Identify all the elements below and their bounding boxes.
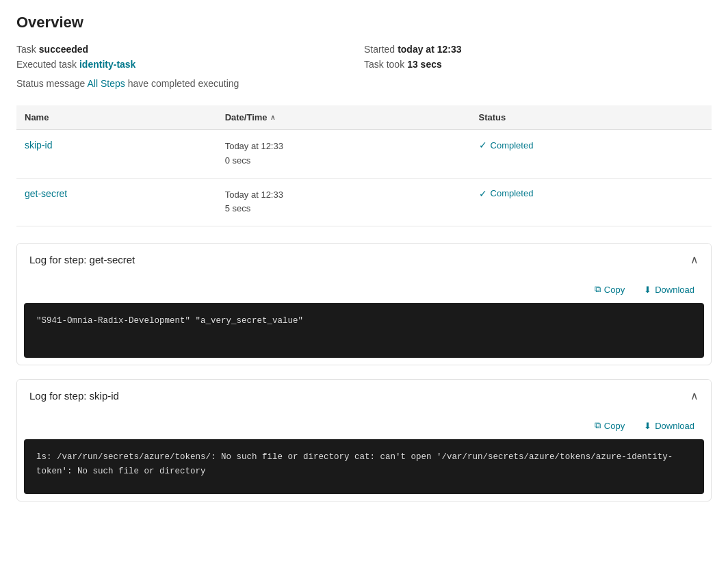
log-content: "S941-Omnia-Radix-Development" "a_very_s… (24, 303, 704, 358)
started-label: Started (364, 44, 395, 55)
copy-icon: ⧉ (595, 420, 601, 431)
task-status-row: Task succeeded (16, 44, 364, 55)
datetime-cell: Today at 12:335 secs (217, 178, 471, 226)
step-name-link[interactable]: get-secret (25, 188, 67, 199)
check-icon: ✓ (479, 188, 487, 199)
log-content: ls: /var/run/secrets/azure/tokens/: No s… (24, 439, 704, 494)
executed-task-link[interactable]: identity-task (79, 59, 135, 70)
table-row: get-secret Today at 12:335 secs ✓ Comple… (16, 178, 712, 226)
chevron-up-icon: ∧ (690, 253, 699, 266)
status-message-suffix: have completed executing (128, 78, 239, 89)
executed-task-row: Executed task identity-task (16, 59, 364, 70)
log-actions: ⧉ Copy ⬇ Download (17, 412, 711, 439)
copy-label: Copy (604, 421, 625, 431)
copy-button[interactable]: ⧉ Copy (590, 281, 629, 298)
col-name: Name (16, 105, 217, 130)
status-message-link[interactable]: All Steps (88, 78, 125, 89)
task-status-label: Task (16, 44, 36, 55)
copy-icon: ⧉ (595, 284, 601, 295)
status-badge: ✓ Completed (479, 188, 534, 199)
log-skip-id: Log for step: skip-id ∧ ⧉ Copy ⬇ Downloa… (16, 379, 712, 501)
log-title: Log for step: get-secret (29, 254, 135, 265)
status-badge: ✓ Completed (479, 140, 534, 151)
task-status-value: succeeded (39, 44, 88, 55)
status-cell: ✓ Completed (471, 130, 712, 179)
datetime-cell: Today at 12:330 secs (217, 130, 471, 179)
took-label: Task took (364, 59, 404, 70)
steps-table: Name Date/Time ∧ Status skip-id Today at… (16, 105, 712, 226)
sort-arrow-icon: ∧ (270, 114, 275, 121)
copy-button[interactable]: ⧉ Copy (590, 417, 629, 434)
log-title: Log for step: skip-id (29, 390, 119, 402)
started-row: Started today at 12:33 (364, 44, 712, 55)
table-header: Name Date/Time ∧ Status (16, 105, 712, 130)
col-status: Status (471, 105, 712, 130)
download-button[interactable]: ⬇ Download (640, 417, 699, 434)
log-get-secret: Log for step: get-secret ∧ ⧉ Copy ⬇ Down… (16, 243, 712, 365)
log-header[interactable]: Log for step: skip-id ∧ (17, 380, 711, 412)
check-icon: ✓ (479, 140, 487, 151)
task-took-row: Task took 13 secs (364, 59, 712, 70)
executed-label: Executed task (16, 59, 77, 70)
download-icon: ⬇ (644, 285, 651, 295)
page-title: Overview (16, 14, 712, 31)
took-value: 13 secs (407, 59, 442, 70)
chevron-up-icon: ∧ (690, 389, 699, 402)
status-message-label: Status message (16, 78, 85, 89)
download-label: Download (655, 421, 694, 431)
started-value: today at 12:33 (398, 44, 461, 55)
status-text: Completed (491, 140, 534, 151)
status-message: Status message All Steps have completed … (16, 78, 712, 89)
status-cell: ✓ Completed (471, 178, 712, 226)
table-row: skip-id Today at 12:330 secs ✓ Completed (16, 130, 712, 179)
download-button[interactable]: ⬇ Download (640, 281, 699, 298)
logs-container: Log for step: get-secret ∧ ⧉ Copy ⬇ Down… (16, 243, 712, 501)
col-datetime: Date/Time ∧ (217, 105, 471, 130)
steps-tbody: skip-id Today at 12:330 secs ✓ Completed… (16, 130, 712, 226)
log-actions: ⧉ Copy ⬇ Download (17, 276, 711, 303)
overview-grid: Task succeeded Started today at 12:33 Ex… (16, 44, 712, 70)
step-name-link[interactable]: skip-id (25, 140, 52, 151)
status-text: Completed (491, 188, 534, 198)
log-header[interactable]: Log for step: get-secret ∧ (17, 244, 711, 276)
download-icon: ⬇ (644, 421, 651, 431)
copy-label: Copy (604, 285, 625, 295)
download-label: Download (655, 285, 694, 295)
